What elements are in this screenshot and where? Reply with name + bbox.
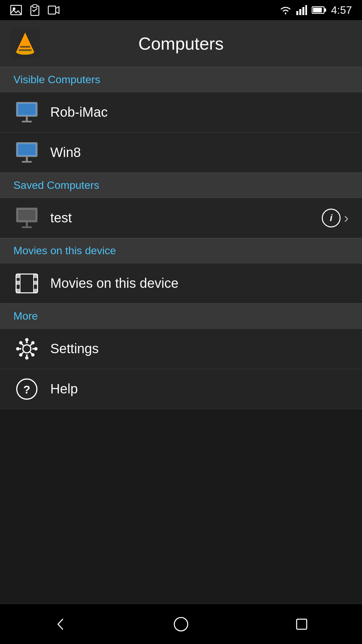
app-logo <box>10 29 40 59</box>
svg-point-34 <box>19 353 22 357</box>
video-icon <box>48 4 60 16</box>
svg-point-28 <box>25 356 28 360</box>
question-icon: ? <box>13 376 40 402</box>
svg-rect-16 <box>19 49 32 51</box>
svg-point-26 <box>23 345 31 353</box>
svg-point-29 <box>16 347 19 351</box>
list-item-rob-imac[interactable]: Rob-iMac <box>0 92 362 132</box>
svg-rect-21 <box>34 274 38 278</box>
svg-point-27 <box>25 338 28 341</box>
section-label-more: More <box>13 310 38 322</box>
svg-point-33 <box>31 341 35 344</box>
status-left-icons <box>10 4 60 16</box>
list-item-help[interactable]: ? Help <box>0 369 362 409</box>
svg-rect-6 <box>299 9 301 15</box>
section-header-movies: Movies on this device <box>0 238 362 263</box>
svg-rect-20 <box>16 289 20 293</box>
svg-point-37 <box>174 618 188 631</box>
svg-rect-4 <box>48 6 56 14</box>
svg-point-32 <box>31 353 35 357</box>
svg-point-30 <box>34 347 38 351</box>
home-button[interactable] <box>168 611 194 638</box>
list-item-test[interactable]: test i › <box>0 198 362 238</box>
svg-rect-19 <box>16 281 20 285</box>
svg-rect-11 <box>313 8 322 12</box>
svg-rect-10 <box>324 8 326 12</box>
svg-text:?: ? <box>23 383 31 396</box>
status-icons: 4:57 <box>280 4 352 16</box>
list-item-label-win8: Win8 <box>50 145 349 160</box>
section-header-visible: Visible Computers <box>0 67 362 92</box>
monitor-icon-test <box>13 205 40 231</box>
section-header-saved: Saved Computers <box>0 173 362 198</box>
svg-rect-3 <box>33 5 37 7</box>
content-area: Visible Computers Rob-iMac Win8 Saved Co… <box>0 67 362 604</box>
section-header-more: More <box>0 304 362 329</box>
test-actions: i › <box>322 209 349 227</box>
svg-rect-8 <box>305 5 307 15</box>
film-icon <box>13 270 40 297</box>
navigation-bar <box>0 604 362 644</box>
svg-point-31 <box>19 341 22 344</box>
list-item-win8[interactable]: Win8 <box>0 132 362 173</box>
page-title: Computers <box>40 34 322 54</box>
list-item-settings[interactable]: Settings <box>0 329 362 369</box>
info-button-test[interactable]: i <box>322 209 341 227</box>
svg-rect-5 <box>296 11 298 15</box>
svg-rect-38 <box>297 619 307 629</box>
wifi-icon <box>280 5 292 15</box>
signal-icon <box>296 5 307 15</box>
clipboard-icon <box>29 4 41 16</box>
monitor-icon-rob-imac <box>13 99 40 126</box>
back-button[interactable] <box>47 611 74 638</box>
section-label-visible: Visible Computers <box>13 73 100 86</box>
svg-point-1 <box>13 7 15 10</box>
gallery-icon <box>10 4 22 16</box>
monitor-icon-win8 <box>13 139 40 166</box>
chevron-icon-test[interactable]: › <box>344 211 349 225</box>
app-header: Computers <box>0 20 362 67</box>
svg-rect-22 <box>34 281 38 285</box>
list-item-label-test: test <box>50 210 322 225</box>
svg-rect-7 <box>302 7 304 15</box>
list-item-label-settings: Settings <box>50 341 349 356</box>
svg-rect-18 <box>16 274 20 278</box>
list-item-label-help: Help <box>50 381 349 396</box>
svg-rect-23 <box>34 289 38 293</box>
section-label-saved: Saved Computers <box>13 179 99 191</box>
list-item-label-rob-imac: Rob-iMac <box>50 105 349 120</box>
list-item-label-movies: Movies on this device <box>50 276 349 291</box>
battery-icon <box>312 5 326 15</box>
gear-icon <box>13 335 40 362</box>
status-time: 4:57 <box>331 4 352 16</box>
svg-rect-15 <box>20 46 30 48</box>
status-bar: 4:57 <box>0 0 362 20</box>
list-item-movies[interactable]: Movies on this device <box>0 263 362 304</box>
recent-button[interactable] <box>288 611 315 638</box>
section-label-movies: Movies on this device <box>13 245 116 257</box>
